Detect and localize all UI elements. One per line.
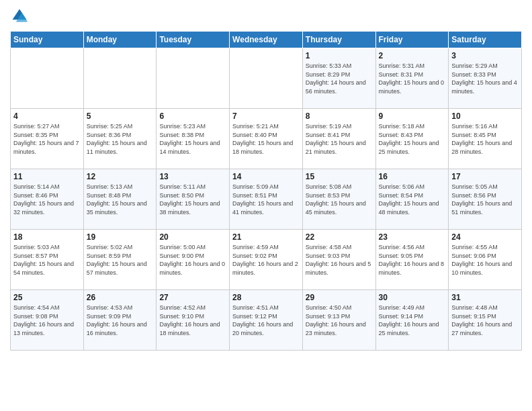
calendar-cell: 10Sunrise: 5:16 AMSunset: 8:45 PMDayligh…: [449, 109, 522, 169]
calendar-cell: 28Sunrise: 4:51 AMSunset: 9:12 PMDayligh…: [230, 290, 303, 351]
weekday-header-sunday: Sunday: [11, 32, 84, 48]
day-number: 4: [13, 111, 81, 121]
day-info: Sunrise: 5:23 AMSunset: 8:38 PMDaylight:…: [159, 122, 226, 156]
calendar-cell: 31Sunrise: 4:48 AMSunset: 9:15 PMDayligh…: [449, 290, 522, 351]
day-info: Sunrise: 5:33 AMSunset: 8:29 PMDaylight:…: [306, 62, 373, 95]
day-number: 12: [87, 172, 154, 181]
calendar-cell: 18Sunrise: 5:03 AMSunset: 8:57 PMDayligh…: [11, 230, 84, 290]
day-number: 28: [232, 293, 300, 302]
day-info: Sunrise: 5:06 AMSunset: 8:54 PMDaylight:…: [379, 183, 446, 216]
day-info: Sunrise: 5:27 AMSunset: 8:35 PMDaylight:…: [13, 122, 81, 156]
day-info: Sunrise: 4:49 AMSunset: 9:14 PMDaylight:…: [379, 304, 446, 337]
calendar-cell: 6Sunrise: 5:23 AMSunset: 8:38 PMDaylight…: [157, 109, 230, 169]
day-number: 26: [87, 293, 154, 302]
calendar-cell: 26Sunrise: 4:53 AMSunset: 9:09 PMDayligh…: [83, 290, 157, 351]
day-info: Sunrise: 5:05 AMSunset: 8:56 PMDaylight:…: [451, 183, 519, 216]
day-number: 31: [451, 293, 519, 302]
day-info: Sunrise: 5:02 AMSunset: 8:59 PMDaylight:…: [87, 243, 154, 277]
calendar-cell: 16Sunrise: 5:06 AMSunset: 8:54 PMDayligh…: [375, 169, 449, 230]
day-info: Sunrise: 5:29 AMSunset: 8:33 PMDaylight:…: [451, 62, 519, 95]
day-number: 11: [13, 172, 81, 181]
day-number: 8: [306, 111, 373, 121]
calendar-week-5: 25Sunrise: 4:54 AMSunset: 9:08 PMDayligh…: [11, 290, 522, 351]
day-info: Sunrise: 5:14 AMSunset: 8:46 PMDaylight:…: [13, 183, 81, 216]
calendar-cell: 5Sunrise: 5:25 AMSunset: 8:36 PMDaylight…: [83, 109, 157, 169]
day-info: Sunrise: 5:09 AMSunset: 8:51 PMDaylight:…: [232, 183, 300, 216]
weekday-header-saturday: Saturday: [449, 32, 522, 48]
day-number: 13: [159, 172, 226, 181]
logo-icon: [10, 7, 29, 26]
day-number: 10: [451, 111, 519, 121]
day-number: 27: [159, 293, 226, 302]
day-info: Sunrise: 5:21 AMSunset: 8:40 PMDaylight:…: [232, 122, 300, 156]
weekday-header-monday: Monday: [83, 32, 157, 48]
calendar-cell: 20Sunrise: 5:00 AMSunset: 9:00 PMDayligh…: [157, 230, 230, 290]
day-number: 17: [451, 172, 519, 181]
calendar-body: 1Sunrise: 5:33 AMSunset: 8:29 PMDaylight…: [11, 48, 522, 351]
weekday-header-thursday: Thursday: [302, 32, 375, 48]
calendar-cell: 8Sunrise: 5:19 AMSunset: 8:41 PMDaylight…: [302, 109, 375, 169]
weekday-header-tuesday: Tuesday: [157, 32, 230, 48]
calendar-cell: 1Sunrise: 5:33 AMSunset: 8:29 PMDaylight…: [302, 48, 375, 109]
day-number: 9: [379, 111, 446, 121]
calendar-cell: 9Sunrise: 5:18 AMSunset: 8:43 PMDaylight…: [375, 109, 449, 169]
calendar-cell: 17Sunrise: 5:05 AMSunset: 8:56 PMDayligh…: [449, 169, 522, 230]
weekday-row: SundayMondayTuesdayWednesdayThursdayFrid…: [11, 32, 522, 48]
calendar-cell: 22Sunrise: 4:58 AMSunset: 9:03 PMDayligh…: [302, 230, 375, 290]
calendar-cell: 15Sunrise: 5:08 AMSunset: 8:53 PMDayligh…: [302, 169, 375, 230]
calendar-cell: 27Sunrise: 4:52 AMSunset: 9:10 PMDayligh…: [157, 290, 230, 351]
day-info: Sunrise: 5:11 AMSunset: 8:50 PMDaylight:…: [159, 183, 226, 216]
weekday-header-wednesday: Wednesday: [230, 32, 303, 48]
day-number: 18: [13, 232, 81, 242]
calendar-week-2: 4Sunrise: 5:27 AMSunset: 8:35 PMDaylight…: [11, 109, 522, 169]
calendar-week-1: 1Sunrise: 5:33 AMSunset: 8:29 PMDaylight…: [11, 48, 522, 109]
day-info: Sunrise: 4:48 AMSunset: 9:15 PMDaylight:…: [451, 304, 519, 337]
day-number: 16: [379, 172, 446, 181]
calendar-cell: 19Sunrise: 5:02 AMSunset: 8:59 PMDayligh…: [83, 230, 157, 290]
day-number: 14: [232, 172, 300, 181]
calendar-cell: [230, 48, 303, 109]
day-info: Sunrise: 5:00 AMSunset: 9:00 PMDaylight:…: [159, 243, 226, 277]
calendar-cell: 7Sunrise: 5:21 AMSunset: 8:40 PMDaylight…: [230, 109, 303, 169]
day-info: Sunrise: 4:53 AMSunset: 9:09 PMDaylight:…: [87, 304, 154, 337]
day-number: 19: [87, 232, 154, 242]
day-info: Sunrise: 5:13 AMSunset: 8:48 PMDaylight:…: [87, 183, 154, 216]
day-number: 20: [159, 232, 226, 242]
day-number: 30: [379, 293, 446, 302]
day-info: Sunrise: 5:08 AMSunset: 8:53 PMDaylight:…: [306, 183, 373, 216]
day-number: 6: [159, 111, 226, 121]
calendar-week-4: 18Sunrise: 5:03 AMSunset: 8:57 PMDayligh…: [11, 230, 522, 290]
day-number: 1: [306, 51, 373, 60]
day-number: 21: [232, 232, 300, 242]
weekday-header-friday: Friday: [375, 32, 449, 48]
day-number: 15: [306, 172, 373, 181]
day-number: 23: [379, 232, 446, 242]
day-info: Sunrise: 4:52 AMSunset: 9:10 PMDaylight:…: [159, 304, 226, 337]
day-info: Sunrise: 4:59 AMSunset: 9:02 PMDaylight:…: [232, 243, 300, 277]
calendar-cell: 3Sunrise: 5:29 AMSunset: 8:33 PMDaylight…: [449, 48, 522, 109]
day-info: Sunrise: 5:18 AMSunset: 8:43 PMDaylight:…: [379, 122, 446, 156]
calendar-table: SundayMondayTuesdayWednesdayThursdayFrid…: [10, 31, 522, 351]
day-number: 22: [306, 232, 373, 242]
calendar-cell: 2Sunrise: 5:31 AMSunset: 8:31 PMDaylight…: [375, 48, 449, 109]
calendar-cell: 4Sunrise: 5:27 AMSunset: 8:35 PMDaylight…: [11, 109, 84, 169]
calendar-cell: 30Sunrise: 4:49 AMSunset: 9:14 PMDayligh…: [375, 290, 449, 351]
day-number: 29: [306, 293, 373, 302]
day-info: Sunrise: 4:54 AMSunset: 9:08 PMDaylight:…: [13, 304, 81, 337]
day-info: Sunrise: 5:03 AMSunset: 8:57 PMDaylight:…: [13, 243, 81, 277]
calendar-cell: [83, 48, 157, 109]
day-number: 3: [451, 51, 519, 60]
calendar-cell: 23Sunrise: 4:56 AMSunset: 9:05 PMDayligh…: [375, 230, 449, 290]
day-info: Sunrise: 4:55 AMSunset: 9:06 PMDaylight:…: [451, 243, 519, 277]
calendar-header: SundayMondayTuesdayWednesdayThursdayFrid…: [11, 32, 522, 48]
calendar-cell: 12Sunrise: 5:13 AMSunset: 8:48 PMDayligh…: [83, 169, 157, 230]
logo: [10, 7, 32, 26]
day-number: 24: [451, 232, 519, 242]
day-number: 25: [13, 293, 81, 302]
calendar-cell: 13Sunrise: 5:11 AMSunset: 8:50 PMDayligh…: [157, 169, 230, 230]
calendar-cell: 29Sunrise: 4:50 AMSunset: 9:13 PMDayligh…: [302, 290, 375, 351]
day-info: Sunrise: 4:51 AMSunset: 9:12 PMDaylight:…: [232, 304, 300, 337]
calendar-cell: 14Sunrise: 5:09 AMSunset: 8:51 PMDayligh…: [230, 169, 303, 230]
calendar-cell: 21Sunrise: 4:59 AMSunset: 9:02 PMDayligh…: [230, 230, 303, 290]
day-number: 5: [87, 111, 154, 121]
